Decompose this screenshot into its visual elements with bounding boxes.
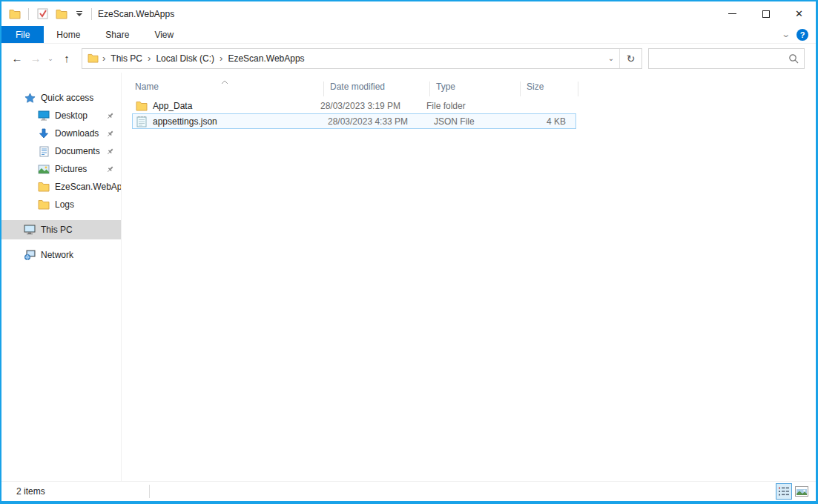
main-area: Quick access Desktop Downloads	[1, 73, 816, 481]
search-box	[648, 48, 805, 69]
pin-icon	[106, 165, 114, 173]
date-modified-cell: 28/03/2023 4:33 PM	[322, 116, 428, 127]
sidebar-item-label: Downloads	[55, 128, 99, 139]
sidebar-item-this-pc[interactable]: This PC	[1, 220, 121, 239]
quick-access-star-icon	[24, 92, 36, 104]
forward-button[interactable]: →	[27, 49, 44, 68]
tab-view[interactable]: View	[142, 26, 186, 43]
pin-icon	[106, 147, 114, 156]
downloads-icon	[38, 127, 50, 139]
sidebar-item-quick-access[interactable]: Quick access	[1, 89, 121, 107]
json-file-icon	[136, 116, 148, 127]
back-button[interactable]: ←	[7, 49, 27, 68]
breadcrumb-local-disk[interactable]: Local Disk (C:)	[154, 53, 216, 64]
sidebar-item-documents[interactable]: Documents	[1, 142, 121, 160]
maximize-icon	[762, 10, 770, 18]
folder-icon	[38, 199, 50, 210]
sidebar-spacer	[1, 239, 121, 246]
breadcrumb-chevron-icon[interactable]: ›	[220, 53, 222, 64]
close-icon: ✕	[795, 9, 803, 19]
type-cell: JSON File	[428, 116, 518, 127]
address-bar[interactable]: › This PC › Local Disk (C:) › EzeScan.We…	[82, 48, 642, 69]
tab-home[interactable]: Home	[44, 26, 93, 43]
pin-icon	[106, 112, 114, 120]
size-cell: 4 KB	[518, 116, 573, 127]
documents-icon	[38, 145, 50, 157]
sidebar-item-label: Pictures	[55, 164, 87, 174]
breadcrumb-this-pc[interactable]: This PC	[109, 53, 144, 64]
minimize-icon	[728, 13, 736, 14]
recent-locations-chevron-icon[interactable]: ⌄	[44, 49, 56, 68]
file-row-appsettings-json[interactable]: appsettings.json 28/03/2023 4:33 PM JSON…	[132, 113, 576, 129]
thumbnails-view-icon	[795, 486, 808, 497]
details-view-button[interactable]	[776, 483, 792, 500]
sidebar-item-network[interactable]: Network	[1, 246, 121, 264]
close-button[interactable]: ✕	[782, 1, 816, 26]
maximize-button[interactable]	[749, 1, 782, 26]
help-icon[interactable]: ?	[796, 29, 808, 41]
file-name-cell: App_Data	[122, 100, 314, 112]
breadcrumb-current-folder[interactable]: EzeScan.WebApps	[226, 53, 306, 64]
new-folder-icon[interactable]	[54, 7, 69, 21]
type-cell: File folder	[420, 101, 511, 111]
up-button[interactable]: ↑	[56, 49, 77, 68]
breadcrumb-chevron-icon[interactable]: ›	[102, 53, 105, 64]
file-list-area: Name Date modified Type Size App_Data 28…	[122, 73, 816, 481]
folder-icon	[136, 100, 148, 112]
sidebar-item-label: Documents	[55, 146, 100, 156]
title-bar: EzeScan.WebApps ✕	[1, 1, 816, 26]
ribbon-tab-bar: File Home Share View ⌄ ?	[1, 26, 816, 44]
minimize-button[interactable]	[716, 1, 749, 26]
search-icon[interactable]	[783, 53, 804, 64]
status-bar: 2 items	[1, 481, 816, 501]
this-pc-icon	[24, 224, 36, 236]
file-rows: App_Data 28/03/2023 3:19 PM File folder …	[122, 98, 816, 129]
sidebar-item-label: Quick access	[41, 93, 93, 103]
sidebar-item-downloads[interactable]: Downloads	[1, 125, 121, 142]
qat-separator	[91, 8, 92, 20]
sidebar-item-label: Desktop	[55, 110, 88, 121]
properties-check-icon[interactable]	[35, 7, 50, 21]
search-input[interactable]	[649, 49, 783, 68]
navigation-pane: Quick access Desktop Downloads	[1, 73, 122, 481]
breadcrumb: › This PC › Local Disk (C:) › EzeScan.We…	[82, 49, 603, 68]
address-folder-icon[interactable]	[87, 53, 99, 64]
folder-icon	[38, 181, 50, 193]
view-buttons	[776, 483, 810, 500]
tab-share[interactable]: Share	[93, 26, 142, 43]
tab-file[interactable]: File	[1, 26, 44, 43]
explorer-window: EzeScan.WebApps ✕ File Home Share View ⌄…	[0, 0, 818, 504]
date-modified-cell: 28/03/2023 3:19 PM	[314, 101, 420, 111]
status-separator	[149, 485, 150, 498]
quick-access-toolbar	[1, 7, 93, 21]
thumbnails-view-button[interactable]	[794, 483, 810, 500]
column-header-date-modified[interactable]: Date modified	[324, 82, 430, 96]
customize-quick-access-chevron[interactable]	[73, 11, 85, 16]
file-name-cell: appsettings.json	[133, 116, 322, 127]
sidebar-item-pictures[interactable]: Pictures	[1, 160, 121, 178]
pictures-icon	[38, 163, 50, 175]
file-row-app-data[interactable]: App_Data 28/03/2023 3:19 PM File folder	[122, 98, 816, 113]
caption-buttons: ✕	[716, 1, 816, 26]
file-name: appsettings.json	[153, 116, 217, 127]
sidebar-item-label: Logs	[55, 199, 74, 210]
address-dropdown-chevron-icon[interactable]: ⌄	[603, 49, 619, 68]
sidebar-item-ezescan-webapps[interactable]: EzeScan.WebApps	[1, 178, 121, 196]
ribbon-right-controls: ⌄ ?	[782, 26, 816, 43]
items-count: 2 items	[16, 486, 45, 497]
expand-ribbon-chevron-icon[interactable]: ⌄	[781, 30, 791, 39]
refresh-icon[interactable]: ↻	[619, 49, 641, 68]
sidebar-spacer	[1, 213, 121, 220]
qat-separator	[28, 8, 29, 20]
sidebar-item-logs[interactable]: Logs	[1, 196, 121, 213]
explorer-folder-icon[interactable]	[7, 7, 22, 21]
sidebar-item-label: Network	[41, 250, 73, 260]
sidebar-item-label: EzeScan.WebApps	[55, 182, 122, 192]
breadcrumb-chevron-icon[interactable]: ›	[148, 53, 151, 64]
desktop-icon	[38, 110, 50, 122]
column-header-size[interactable]: Size	[521, 82, 578, 96]
column-header-type[interactable]: Type	[430, 82, 521, 96]
column-headers: Name Date modified Type Size	[122, 76, 816, 96]
sidebar-item-desktop[interactable]: Desktop	[1, 107, 121, 125]
navigation-toolbar: ← → ⌄ ↑ › This PC › Local Disk (C:) › Ez…	[1, 44, 816, 73]
